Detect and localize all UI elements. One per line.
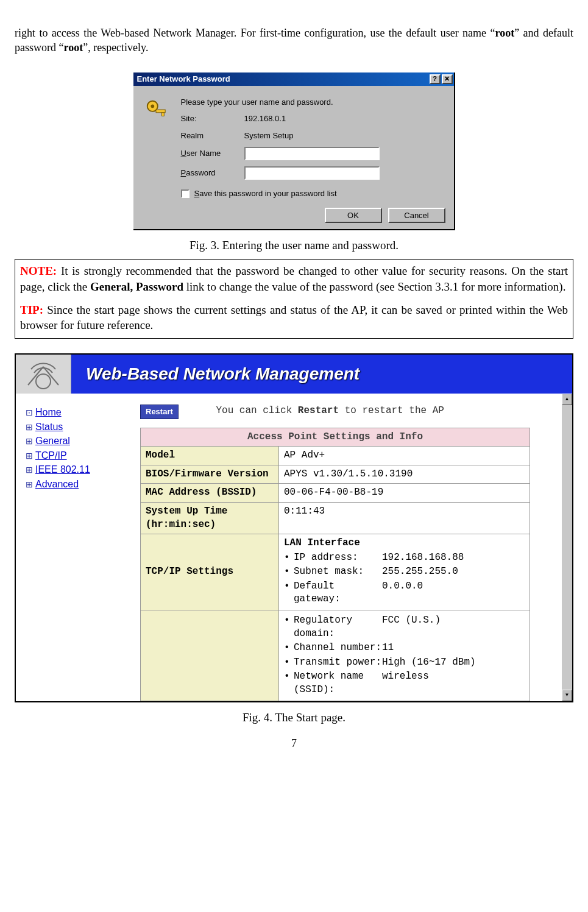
nav-tcpip[interactable]: ⊞TCP/IP (24, 449, 134, 462)
ok-button[interactable]: OK (325, 208, 382, 223)
wb-nav: ⊡Home ⊞Status ⊞General ⊞TCP/IP ⊞IEEE 802… (16, 394, 134, 701)
fig3-caption: Fig. 3. Entering the user name and passw… (15, 238, 573, 253)
model-key: Model (146, 450, 175, 461)
dialog-instruction: Please type your user name and password. (181, 93, 445, 108)
username-input[interactable] (244, 147, 380, 160)
site-label: Site: (181, 113, 244, 124)
intro-root1: root (495, 27, 515, 39)
fig4-caption: Fig. 4. The Start page. (15, 710, 573, 726)
intro-seg3: ”, respectively. (83, 41, 148, 54)
bios-key: BIOS/Firmware Version (146, 468, 269, 479)
mac-key: MAC Address (BSSID) (146, 487, 257, 498)
wb-logo-icon (16, 355, 71, 394)
svg-rect-3 (161, 112, 164, 116)
uptime-key: System Up Time(hr:min:sec) (141, 502, 279, 534)
close-button[interactable]: ✕ (442, 74, 453, 84)
intro-paragraph: right to access the Web-based Network Ma… (15, 26, 573, 55)
nav-home[interactable]: ⊡Home (24, 406, 134, 419)
note-tip-box: NOTE: It is strongly recommended that th… (15, 259, 573, 339)
realm-value: System Setup (244, 130, 294, 141)
model-value: AP Adv+ (279, 447, 530, 465)
intro-seg1: right to access the Web-based Network Ma… (15, 27, 495, 39)
password-label: Password (181, 168, 244, 179)
note-label: NOTE: (20, 264, 57, 277)
tip-label: TIP: (20, 303, 43, 316)
username-label: User Name (181, 148, 244, 159)
wireless-key (141, 610, 279, 701)
wb-title: Web-Based Network Management (71, 362, 360, 386)
password-input[interactable] (244, 166, 380, 180)
realm-label: Realm (181, 130, 244, 141)
scroll-down-icon[interactable]: ▼ (562, 690, 572, 701)
nav-ieee80211[interactable]: ⊞IEEE 802.11 (24, 463, 134, 476)
dialog-titlebar: Enter Network Password ? ✕ (133, 72, 454, 86)
table-caption: Access Point Settings and Info (141, 428, 530, 447)
settings-table: Access Point Settings and Info Model AP … (140, 428, 530, 701)
scroll-up-icon[interactable]: ▲ (562, 394, 572, 405)
wireless-value: •Regulatory domain:FCC (U.S.) •Channel n… (279, 610, 530, 701)
note-bold: General, Password (90, 280, 183, 293)
bios-value: APYS v1.30/1.5.10.3190 (279, 465, 530, 484)
note-end: link to change the value of the password… (183, 280, 565, 293)
save-password-checkbox[interactable] (181, 189, 190, 198)
nav-status[interactable]: ⊞Status (24, 420, 134, 434)
key-icon (144, 98, 168, 121)
save-password-label: Save this password in your password list (194, 188, 337, 199)
lan-header: LAN Interface (284, 537, 360, 548)
cancel-button[interactable]: Cancel (388, 208, 445, 223)
nav-advanced[interactable]: ⊞Advanced (24, 478, 134, 491)
svg-point-1 (151, 104, 154, 108)
enter-password-dialog: Enter Network Password ? ✕ Please type y… (133, 72, 455, 230)
tcpip-key: TCP/IP Settings (146, 566, 233, 577)
uptime-value: 0:11:43 (279, 502, 530, 534)
tip-text: Since the start page shows the current s… (20, 303, 568, 332)
site-value: 192.168.0.1 (244, 113, 286, 124)
dialog-title: Enter Network Password (137, 74, 428, 85)
help-button[interactable]: ? (430, 74, 441, 84)
content-scrollbar[interactable]: ▲ ▼ (562, 394, 572, 701)
intro-root2: root (63, 41, 83, 54)
tcpip-value: LAN Interface •IP address:192.168.168.88… (279, 534, 530, 610)
restart-button[interactable]: Restart (140, 405, 179, 419)
mac-value: 00-06-F4-00-B8-19 (279, 484, 530, 503)
wb-header: Web-Based Network Management (16, 355, 572, 394)
restart-hint: You can click Restart to restart the AP (216, 405, 466, 418)
web-management-screenshot: Web-Based Network Management ⊡Home ⊞Stat… (15, 353, 573, 702)
wb-content: Restart You can click Restart to restart… (134, 394, 562, 701)
page-number: 7 (15, 736, 573, 751)
nav-general[interactable]: ⊞General (24, 434, 134, 448)
svg-rect-2 (156, 110, 165, 113)
